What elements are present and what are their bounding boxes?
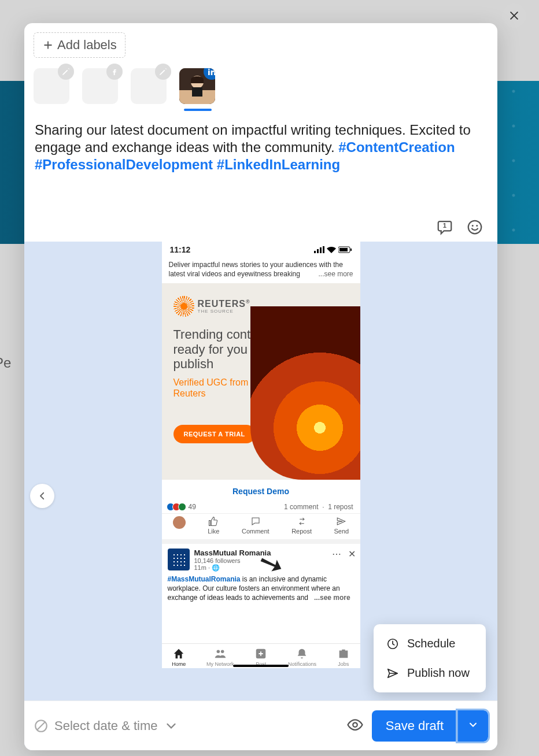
see-more-link[interactable]: ...see more	[318, 269, 353, 279]
request-trial-button[interactable]: REQUEST A TRIAL	[173, 425, 256, 443]
globe-icon: 🌐	[212, 564, 220, 571]
date-picker-label: Select date & time	[54, 718, 158, 733]
tab-notifications[interactable]: Notifications	[288, 647, 316, 667]
compose-modal: Add labels	[24, 23, 497, 750]
modal-header: Add labels	[24, 23, 497, 111]
massmutual-logo[interactable]	[168, 549, 190, 570]
comment-count[interactable]: 1 comment	[284, 503, 318, 511]
phone-status-icons	[314, 246, 352, 253]
phone-preview: 11:12 Deliver impactful news stories to …	[162, 242, 360, 668]
reuters-brand: REUTERS	[198, 299, 246, 309]
dismiss-icon[interactable]: ✕	[348, 549, 356, 559]
svg-point-16	[221, 650, 224, 654]
svg-point-5	[468, 221, 482, 234]
like-button[interactable]: Like	[208, 516, 219, 535]
action-row: Like Comment Repost Send	[162, 514, 360, 539]
reaction-row: 49 1 comment · 1 repost	[162, 503, 360, 514]
reuters-dot-icon	[173, 296, 194, 317]
phone-status-bar: 11:12	[162, 242, 360, 257]
signal-icon	[314, 246, 324, 253]
svg-rect-14	[350, 249, 352, 251]
chevron-down-icon	[467, 719, 479, 731]
comment-button[interactable]: Comment	[242, 516, 270, 535]
hashtag-1[interactable]: #ContentCreation	[338, 139, 455, 155]
channel-list	[34, 68, 488, 104]
svg-rect-11	[323, 246, 324, 253]
first-comment-button[interactable]: 1	[435, 217, 455, 237]
tab-post[interactable]: Post	[254, 647, 267, 667]
background-text-fragment: p Pe	[0, 355, 11, 371]
date-time-picker[interactable]: Select date & time	[34, 718, 179, 733]
home-indicator	[233, 665, 289, 667]
clock-icon	[386, 638, 399, 650]
reuters-tagline: THE SOURCE	[198, 309, 250, 314]
avatar-small[interactable]	[173, 516, 186, 535]
ad-subhead: Verified UGC from Reuters	[162, 371, 254, 399]
save-draft-button[interactable]: Save draft	[372, 710, 457, 742]
tab-jobs[interactable]: Jobs	[337, 647, 350, 667]
svg-rect-13	[339, 248, 348, 251]
publish-now-option[interactable]: Publish now	[374, 658, 486, 688]
post-time: 11m ·	[194, 564, 211, 571]
svg-text:1: 1	[443, 222, 446, 229]
svg-rect-3	[192, 87, 202, 97]
post-see-more[interactable]: ...see more	[314, 594, 350, 602]
svg-point-20	[353, 722, 357, 727]
hashtag-3[interactable]: #LinkedInLearning	[217, 157, 340, 172]
publish-dropdown-menu: Schedule Publish now	[374, 624, 486, 692]
send-icon	[386, 667, 399, 680]
post-body: #MassMutualRomania is an inclusive and d…	[168, 572, 355, 602]
wifi-icon	[327, 246, 336, 253]
close-button[interactable]	[502, 3, 526, 28]
plus-icon	[42, 39, 54, 51]
battery-icon	[338, 246, 352, 253]
hashtag-2[interactable]: #ProfessionalDevelopment	[35, 157, 213, 172]
post-text-area[interactable]: Sharing our latest document on impactful…	[24, 111, 497, 173]
feed-snippet: Deliver impactful news stories to your a…	[162, 257, 360, 280]
compose-tools: 1	[24, 173, 497, 242]
eye-icon	[346, 716, 364, 733]
svg-rect-8	[314, 251, 316, 253]
post-followers: 10,146 followers	[194, 557, 271, 564]
svg-point-7	[476, 225, 478, 227]
previous-media-button[interactable]	[30, 484, 54, 508]
post-hashtag[interactable]: #MassMutualRomania	[168, 575, 241, 583]
emoji-button[interactable]	[465, 217, 485, 237]
close-icon	[508, 10, 520, 21]
tab-network[interactable]: My Network	[206, 647, 234, 667]
facebook-icon	[106, 64, 123, 80]
feed-snippet-text: Deliver impactful news stories to your a…	[169, 261, 343, 278]
more-icon[interactable]: ⋯	[332, 549, 341, 559]
svg-point-6	[472, 225, 474, 227]
chevron-down-icon	[164, 718, 179, 733]
phone-time: 11:12	[170, 245, 191, 254]
channel-draft-2[interactable]	[131, 68, 167, 104]
massmutual-post: ⋯ ✕ MassMutual Romania 10,146 followers …	[162, 539, 360, 602]
request-demo-link[interactable]: Request Demo	[162, 480, 360, 503]
svg-point-15	[216, 650, 220, 654]
schedule-label: Schedule	[407, 637, 455, 650]
post-options: ⋯ ✕	[332, 549, 356, 559]
reuters-registered: ®	[246, 299, 250, 305]
add-labels-button[interactable]: Add labels	[34, 32, 125, 58]
preview-button[interactable]	[346, 716, 364, 736]
tab-home[interactable]: Home	[172, 647, 186, 667]
ad-card: REUTERS® THE SOURCE Trending content rea…	[162, 283, 360, 480]
repost-button[interactable]: Repost	[291, 516, 312, 535]
schedule-option[interactable]: Schedule	[374, 629, 486, 658]
post-author[interactable]: MassMutual Romania	[194, 549, 271, 557]
phone-tabbar: Home My Network Post Notifications Jobs	[162, 643, 360, 668]
svg-rect-10	[320, 247, 322, 253]
channel-facebook[interactable]	[82, 68, 118, 104]
repost-count[interactable]: 1 repost	[328, 503, 353, 511]
chevron-left-icon	[37, 491, 47, 501]
no-schedule-icon	[34, 718, 49, 733]
modal-footer: Select date & time Save draft	[24, 701, 497, 750]
send-button[interactable]: Send	[334, 516, 349, 535]
save-draft-dropdown[interactable]	[457, 710, 488, 742]
channel-linkedin[interactable]	[179, 68, 215, 104]
channel-draft-1[interactable]	[34, 68, 69, 104]
ad-image	[250, 306, 360, 480]
reaction-icons	[169, 503, 186, 511]
add-labels-text: Add labels	[57, 38, 117, 53]
